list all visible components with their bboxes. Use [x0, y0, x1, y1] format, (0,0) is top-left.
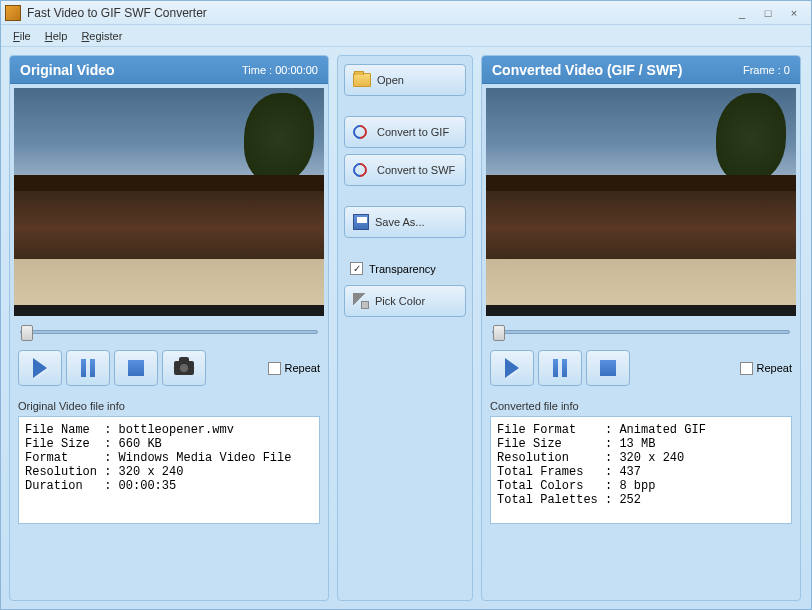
save-as-button[interactable]: Save As... [344, 206, 466, 238]
save-icon [353, 214, 369, 230]
save-as-label: Save As... [375, 216, 425, 228]
original-info-label: Original Video file info [10, 392, 328, 414]
play-button[interactable] [490, 350, 534, 386]
color-picker-icon [353, 293, 369, 309]
original-video-preview [14, 88, 324, 316]
converted-panel-title: Converted Video (GIF / SWF) [492, 62, 743, 78]
titlebar: Fast Video to GIF SWF Converter _ □ × [1, 1, 811, 25]
window-controls: _ □ × [729, 4, 807, 22]
repeat-control: Repeat [268, 362, 320, 375]
transparency-label: Transparency [369, 263, 436, 275]
play-icon [505, 358, 519, 378]
transparency-checkbox[interactable]: ✓ [350, 262, 363, 275]
pause-icon [81, 359, 95, 377]
menu-register[interactable]: Register [75, 28, 128, 44]
original-controls: Repeat [10, 344, 328, 392]
main-window: Fast Video to GIF SWF Converter _ □ × Fi… [0, 0, 812, 610]
menubar: File Help Register [1, 25, 811, 47]
convert-swf-button[interactable]: Convert to SWF [344, 154, 466, 186]
pick-color-button[interactable]: Pick Color [344, 285, 466, 317]
open-button[interactable]: Open [344, 64, 466, 96]
converted-video-panel: Converted Video (GIF / SWF) Frame : 0 Re… [481, 55, 801, 601]
pick-color-label: Pick Color [375, 295, 425, 307]
original-panel-title: Original Video [20, 62, 242, 78]
converted-info-box[interactable]: File Format : Animated GIF File Size : 1… [490, 416, 792, 524]
folder-icon [353, 73, 371, 87]
pause-button[interactable] [538, 350, 582, 386]
original-info-box[interactable]: File Name : bottleopener.wmv File Size :… [18, 416, 320, 524]
play-button[interactable] [18, 350, 62, 386]
convert-icon [353, 163, 371, 177]
repeat-checkbox[interactable] [268, 362, 281, 375]
stop-button[interactable] [114, 350, 158, 386]
stop-icon [128, 360, 144, 376]
repeat-label: Repeat [757, 362, 792, 374]
convert-icon [353, 125, 371, 139]
slider-thumb[interactable] [493, 325, 505, 341]
convert-gif-button[interactable]: Convert to GIF [344, 116, 466, 148]
stop-icon [600, 360, 616, 376]
pause-icon [553, 359, 567, 377]
convert-gif-label: Convert to GIF [377, 126, 449, 138]
action-panel: Open Convert to GIF Convert to SWF Save … [337, 55, 473, 601]
converted-video-preview [486, 88, 796, 316]
converted-info-label: Converted file info [482, 392, 800, 414]
menu-file[interactable]: File [7, 28, 37, 44]
repeat-checkbox[interactable] [740, 362, 753, 375]
close-button[interactable]: × [781, 4, 807, 22]
original-video-panel: Original Video Time : 00:00:00 Repeat [9, 55, 329, 601]
snapshot-button[interactable] [162, 350, 206, 386]
maximize-button[interactable]: □ [755, 4, 781, 22]
time-label: Time : 00:00:00 [242, 64, 318, 76]
open-label: Open [377, 74, 404, 86]
converted-controls: Repeat [482, 344, 800, 392]
original-seek-slider[interactable] [10, 320, 328, 344]
repeat-control: Repeat [740, 362, 792, 375]
transparency-row: ✓ Transparency [344, 258, 466, 279]
app-icon [5, 5, 21, 21]
converted-seek-slider[interactable] [482, 320, 800, 344]
play-icon [33, 358, 47, 378]
slider-thumb[interactable] [21, 325, 33, 341]
content-area: Original Video Time : 00:00:00 Repeat [1, 47, 811, 609]
repeat-label: Repeat [285, 362, 320, 374]
original-panel-header: Original Video Time : 00:00:00 [10, 56, 328, 84]
window-title: Fast Video to GIF SWF Converter [27, 6, 729, 20]
frame-label: Frame : 0 [743, 64, 790, 76]
camera-icon [174, 361, 194, 375]
converted-panel-header: Converted Video (GIF / SWF) Frame : 0 [482, 56, 800, 84]
pause-button[interactable] [66, 350, 110, 386]
stop-button[interactable] [586, 350, 630, 386]
minimize-button[interactable]: _ [729, 4, 755, 22]
menu-help[interactable]: Help [39, 28, 74, 44]
convert-swf-label: Convert to SWF [377, 164, 455, 176]
